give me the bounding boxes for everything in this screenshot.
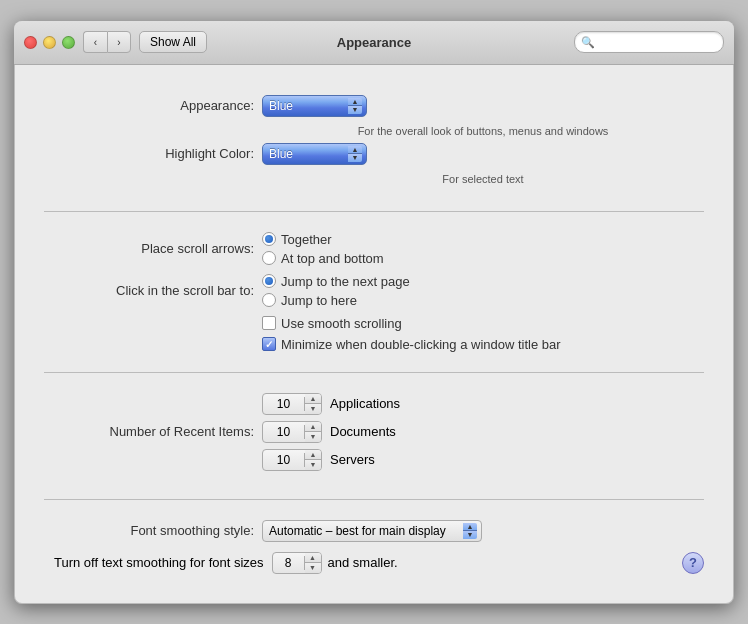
content: Appearance: Blue ▲ ▼ For the overall loo… xyxy=(14,65,734,604)
scroll-arrows-together-label: Together xyxy=(281,232,332,247)
search-box[interactable]: 🔍 xyxy=(574,31,724,53)
highlight-row: Highlight Color: Blue ▲ ▼ xyxy=(44,143,704,165)
checkboxes-area: Use smooth scrolling ✓ Minimize when dou… xyxy=(44,316,704,352)
text-smoothing-stepper[interactable]: 8 ▲ ▼ xyxy=(272,552,322,574)
recent-servers-down[interactable]: ▼ xyxy=(305,460,321,470)
font-smoothing-down: ▼ xyxy=(463,531,477,539)
appearance-value: Blue xyxy=(269,99,344,113)
text-smoothing-suffix: and smaller. xyxy=(328,555,398,570)
recent-docs-value: 10 xyxy=(263,425,305,439)
highlight-arrow-up: ▲ xyxy=(348,146,362,155)
scroll-click-options: Jump to the next page Jump to here xyxy=(262,274,410,308)
highlight-hint: For selected text xyxy=(44,173,704,185)
recent-apps-stepper[interactable]: 10 ▲ ▼ xyxy=(262,393,322,415)
minimize-button[interactable] xyxy=(43,36,56,49)
recent-servers-stepper[interactable]: 10 ▲ ▼ xyxy=(262,449,322,471)
text-smoothing-up[interactable]: ▲ xyxy=(305,553,321,564)
text-smoothing-row: Turn off text smoothing for font sizes 8… xyxy=(44,552,704,574)
help-button-wrapper: ? xyxy=(682,552,704,574)
recent-servers-row: 10 ▲ ▼ Servers xyxy=(262,449,400,471)
smooth-scrolling-label: Use smooth scrolling xyxy=(281,316,402,331)
nav-back-button[interactable]: ‹ xyxy=(83,31,107,53)
minimize-dblclick-checkbox[interactable]: ✓ xyxy=(262,337,276,351)
text-smoothing-value: 8 xyxy=(273,556,305,570)
search-input[interactable] xyxy=(598,35,717,49)
scroll-arrows-together-radio[interactable] xyxy=(262,232,276,246)
scroll-arrows-topbottom-label: At top and bottom xyxy=(281,251,384,266)
font-smoothing-row: Font smoothing style: Automatic – best f… xyxy=(44,520,704,542)
smooth-scrolling-checkbox[interactable] xyxy=(262,316,276,330)
smooth-scrolling-row[interactable]: Use smooth scrolling xyxy=(262,316,704,331)
recent-docs-arrows: ▲ ▼ xyxy=(305,422,321,442)
recent-servers-value: 10 xyxy=(263,453,305,467)
appearance-stepper-icon: ▲ ▼ xyxy=(348,98,362,114)
divider-2 xyxy=(44,372,704,373)
recent-apps-row: 10 ▲ ▼ Applications xyxy=(262,393,400,415)
recent-apps-down[interactable]: ▼ xyxy=(305,404,321,414)
titlebar: ‹ › Show All Appearance 🔍 xyxy=(14,21,734,65)
font-smoothing-section: Font smoothing style: Automatic – best f… xyxy=(14,510,734,584)
recent-docs-up[interactable]: ▲ xyxy=(305,422,321,433)
recent-apps-up[interactable]: ▲ xyxy=(305,394,321,405)
highlight-label: Highlight Color: xyxy=(44,146,254,161)
close-button[interactable] xyxy=(24,36,37,49)
appearance-section: Appearance: Blue ▲ ▼ For the overall loo… xyxy=(14,85,734,201)
window-title: Appearance xyxy=(337,35,411,50)
recent-docs-stepper[interactable]: 10 ▲ ▼ xyxy=(262,421,322,443)
scroll-click-nextpage[interactable]: Jump to the next page xyxy=(262,274,410,289)
font-smoothing-dropdown[interactable]: Automatic – best for main display ▲ ▼ xyxy=(262,520,482,542)
scroll-arrows-row: Place scroll arrows: Together At top and… xyxy=(44,232,704,266)
minimize-dblclick-row[interactable]: ✓ Minimize when double-clicking a window… xyxy=(262,337,704,352)
appearance-dropdown[interactable]: Blue ▲ ▼ xyxy=(262,95,367,117)
minimize-dblclick-check: ✓ xyxy=(265,339,273,350)
highlight-value: Blue xyxy=(269,147,344,161)
font-smoothing-stepper: ▲ ▼ xyxy=(463,523,477,539)
recent-apps-label: Applications xyxy=(330,396,400,411)
recent-servers-arrows: ▲ ▼ xyxy=(305,450,321,470)
show-all-button[interactable]: Show All xyxy=(139,31,207,53)
help-button[interactable]: ? xyxy=(682,552,704,574)
divider-1 xyxy=(44,211,704,212)
scroll-click-nextpage-radio[interactable] xyxy=(262,274,276,288)
recent-items-row: Number of Recent Items: 10 ▲ ▼ Applicati… xyxy=(44,393,704,471)
appearance-hint: For the overall look of buttons, menus a… xyxy=(44,125,704,137)
recent-docs-down[interactable]: ▼ xyxy=(305,432,321,442)
highlight-dropdown[interactable]: Blue ▲ ▼ xyxy=(262,143,367,165)
recent-servers-label: Servers xyxy=(330,452,375,467)
scroll-arrows-topbottom-radio[interactable] xyxy=(262,251,276,265)
window: ‹ › Show All Appearance 🔍 Appearance: Bl… xyxy=(14,21,734,604)
recent-apps-arrows: ▲ ▼ xyxy=(305,394,321,414)
nav-buttons: ‹ › xyxy=(83,31,131,53)
recent-docs-row: 10 ▲ ▼ Documents xyxy=(262,421,400,443)
recent-items-section: Number of Recent Items: 10 ▲ ▼ Applicati… xyxy=(14,383,734,489)
text-smoothing-prefix: Turn off text smoothing for font sizes xyxy=(54,555,264,570)
font-smoothing-label: Font smoothing style: xyxy=(44,523,254,538)
scroll-click-nextpage-label: Jump to the next page xyxy=(281,274,410,289)
traffic-lights xyxy=(24,36,75,49)
appearance-label: Appearance: xyxy=(44,98,254,113)
highlight-stepper-icon: ▲ ▼ xyxy=(348,146,362,162)
scroll-click-here[interactable]: Jump to here xyxy=(262,293,410,308)
scroll-arrows-together-dot xyxy=(265,235,273,243)
recent-docs-label: Documents xyxy=(330,424,396,439)
scroll-arrows-together[interactable]: Together xyxy=(262,232,384,247)
font-smoothing-value: Automatic – best for main display xyxy=(269,524,459,538)
recent-servers-up[interactable]: ▲ xyxy=(305,450,321,461)
appearance-arrow-down: ▼ xyxy=(348,106,362,114)
nav-forward-button[interactable]: › xyxy=(107,31,131,53)
scroll-click-row: Click in the scroll bar to: Jump to the … xyxy=(44,274,704,308)
appearance-arrow-up: ▲ xyxy=(348,98,362,107)
search-icon: 🔍 xyxy=(581,36,595,49)
scroll-section: Place scroll arrows: Together At top and… xyxy=(14,222,734,362)
scroll-arrows-label: Place scroll arrows: xyxy=(44,241,254,256)
appearance-row: Appearance: Blue ▲ ▼ xyxy=(44,95,704,117)
scroll-arrows-topbottom[interactable]: At top and bottom xyxy=(262,251,384,266)
text-smoothing-arrows: ▲ ▼ xyxy=(305,553,321,573)
highlight-arrow-down: ▼ xyxy=(348,154,362,162)
scroll-click-nextpage-dot xyxy=(265,277,273,285)
scroll-click-here-radio[interactable] xyxy=(262,293,276,307)
maximize-button[interactable] xyxy=(62,36,75,49)
text-smoothing-down[interactable]: ▼ xyxy=(305,563,321,573)
divider-3 xyxy=(44,499,704,500)
minimize-dblclick-label: Minimize when double-clicking a window t… xyxy=(281,337,561,352)
